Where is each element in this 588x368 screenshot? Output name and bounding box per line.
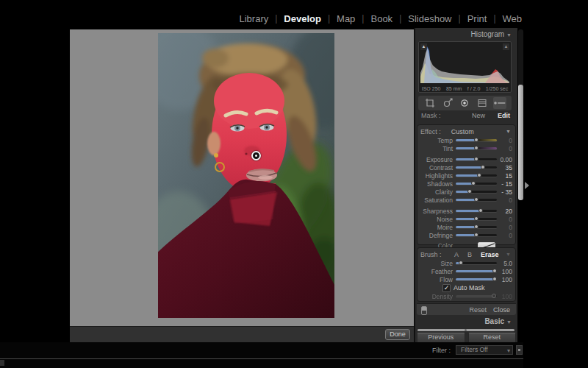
slider-track[interactable] — [456, 166, 497, 169]
slider-row-moire: Moire0 — [420, 223, 512, 231]
slider-fill — [456, 166, 483, 169]
done-button[interactable]: Done — [385, 329, 410, 340]
slider-thumb[interactable] — [471, 181, 476, 185]
slider-track[interactable] — [456, 191, 497, 193]
slider-value: 0 — [500, 224, 512, 231]
slider-thumb[interactable] — [474, 224, 478, 229]
slider-fill — [456, 218, 476, 220]
module-slideshow[interactable]: Slideshow — [408, 13, 451, 24]
filter-lock-icon[interactable] — [516, 345, 523, 355]
slider-track[interactable] — [456, 262, 497, 264]
slider-track[interactable] — [456, 226, 497, 228]
slider-thumb[interactable] — [481, 165, 485, 169]
brush-mode-erase[interactable]: Erase — [481, 251, 499, 258]
chevron-down-icon: ▼ — [506, 32, 512, 38]
slider-label: Density — [420, 293, 453, 300]
graduated-filter-tool-icon[interactable] — [476, 97, 489, 109]
slider-row-tint: Tint0 — [420, 144, 512, 152]
basic-panel-header[interactable]: Basic▼ — [484, 317, 512, 325]
slider-thumb[interactable] — [459, 261, 463, 265]
slider-value: 35 — [500, 164, 512, 171]
slider-track[interactable] — [456, 199, 497, 201]
slider-row-exposure: Exposure0.00 — [420, 155, 512, 163]
tool-strip — [418, 96, 512, 110]
brush-mode-b[interactable]: B — [467, 251, 472, 258]
module-separator: | — [459, 13, 461, 24]
slider-track[interactable] — [456, 278, 497, 280]
slider-thumb[interactable] — [492, 277, 497, 281]
slider-track[interactable] — [456, 174, 497, 177]
slider-thumb[interactable] — [492, 294, 496, 298]
panel-switch-icon[interactable] — [421, 306, 427, 315]
slider-row-density: Density100 — [420, 292, 512, 300]
slider-label: Feather — [420, 268, 453, 275]
module-develop[interactable]: Develop — [284, 13, 321, 24]
slider-row-feather: Feather100 — [420, 267, 512, 275]
slider-fill — [456, 234, 476, 236]
slider-value: 0 — [500, 145, 512, 152]
module-print[interactable]: Print — [467, 13, 487, 24]
filter-dropdown[interactable]: Filters Off ▾ — [456, 345, 513, 355]
panel-scrollbar-thumb[interactable] — [518, 85, 523, 200]
slider-row-shadows: Shadows- 15 — [420, 180, 512, 188]
chevron-down-icon[interactable]: ▼ — [506, 129, 511, 134]
histogram-display[interactable]: ▲ ▲ ISO 25085 mmf / 2.01/250 sec — [418, 41, 512, 93]
slider-label: Noise — [420, 216, 453, 223]
slider-row-defringe: Defringe0 — [420, 231, 512, 239]
slider-thumb[interactable] — [474, 146, 478, 150]
crop-tool-icon[interactable] — [423, 97, 437, 109]
slider-thumb[interactable] — [478, 208, 483, 213]
module-map[interactable]: Map — [337, 13, 355, 24]
horizontal-scrollbar[interactable] — [417, 329, 514, 331]
slider-track[interactable] — [456, 183, 497, 185]
module-book[interactable]: Book — [370, 13, 392, 24]
chevron-down-icon: ▾ — [507, 347, 510, 355]
auto-mask-checkbox[interactable]: ✓ — [442, 284, 451, 292]
slider-fill — [456, 226, 476, 228]
slider-thumb[interactable] — [474, 233, 478, 237]
close-button[interactable]: Close — [493, 306, 510, 314]
module-web[interactable]: Web — [503, 13, 523, 24]
slider-track[interactable] — [456, 147, 497, 149]
histogram-header[interactable]: Histogram▼ — [470, 30, 512, 38]
slider-thumb[interactable] — [467, 189, 472, 194]
slider-thumb[interactable] — [474, 138, 478, 142]
slider-thumb[interactable] — [474, 197, 478, 202]
develop-canvas[interactable] — [70, 29, 414, 326]
slider-thumb[interactable] — [474, 216, 478, 221]
photo-portrait-with-mask-overlay[interactable] — [158, 33, 334, 318]
brush-cursor — [251, 151, 261, 160]
slider-fill — [456, 174, 479, 177]
mask-new-button[interactable]: New — [472, 112, 485, 119]
canvas-toolbar: Done — [70, 326, 414, 342]
capture-stat: f / 2.0 — [467, 86, 481, 91]
red-eye-tool-icon[interactable] — [458, 97, 471, 109]
slider-row-flow: Flow100 — [420, 275, 512, 283]
slider-track[interactable] — [456, 210, 497, 212]
slider-thumb[interactable] — [492, 269, 497, 273]
brush-sliders: Size5.0Feather100Flow100 — [420, 259, 512, 283]
adjustment-brush-tool-icon[interactable] — [493, 97, 506, 109]
effect-preset-dropdown[interactable]: Custom — [451, 128, 474, 135]
slider-row-temp: Temp0 — [420, 136, 512, 144]
effect-panel: Effect : Custom ▼ Temp0Tint0Exposure0.00… — [417, 124, 516, 245]
slider-track[interactable] — [456, 234, 497, 236]
slider-thumb[interactable] — [477, 173, 481, 177]
mask-edit-button[interactable]: Edit — [498, 112, 510, 119]
chevron-down-icon[interactable]: ▼ — [506, 252, 511, 257]
slider-track[interactable] — [456, 139, 497, 141]
module-library[interactable]: Library — [239, 13, 268, 24]
brush-mode-a[interactable]: A — [454, 251, 459, 258]
slider-thumb[interactable] — [474, 157, 478, 161]
slider-track[interactable] — [456, 270, 497, 272]
slider-track[interactable] — [456, 218, 497, 220]
panel-collapse-arrow-icon[interactable] — [525, 182, 529, 189]
spot-removal-tool-icon[interactable] — [441, 97, 454, 109]
reset-button[interactable]: Reset — [469, 306, 487, 314]
module-separator: | — [275, 13, 277, 24]
slider-track[interactable] — [456, 158, 497, 160]
slider-row-clarity: Clarity- 35 — [420, 188, 512, 196]
slider-label: Exposure — [420, 156, 453, 163]
slider-fill — [456, 147, 476, 149]
slider-track[interactable] — [456, 295, 497, 297]
